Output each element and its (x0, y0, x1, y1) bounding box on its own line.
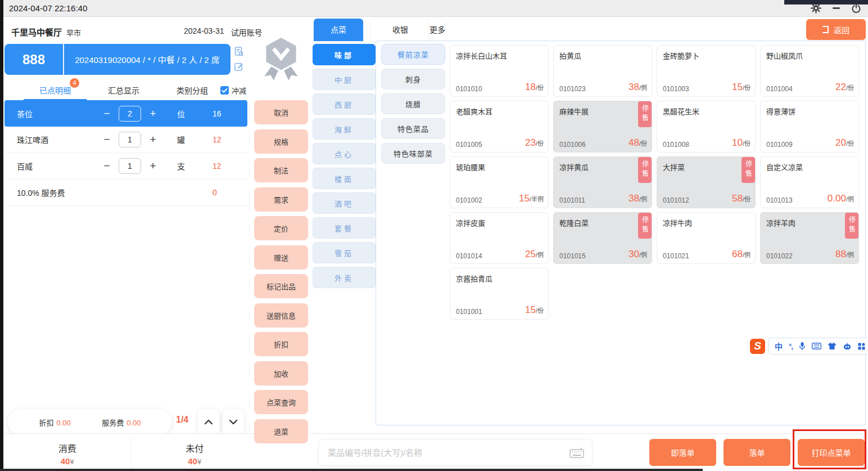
chevron-up-icon (204, 419, 213, 425)
order-item-row[interactable]: 茶位 2 位 16 (4, 100, 247, 127)
subcategory-item[interactable]: 特色味部菜 (381, 143, 445, 164)
back-button[interactable]: 返回 (806, 19, 866, 40)
action-button[interactable]: 定价 (254, 216, 308, 240)
submit-button[interactable]: 落单 (724, 439, 790, 466)
action-button[interactable]: 需求 (254, 187, 308, 212)
offset-checkbox[interactable] (220, 86, 229, 95)
dish-card[interactable]: 麻辣牛展 停售 0101006 48/份 (553, 101, 652, 152)
subcategory-item[interactable]: 刺身 (381, 69, 445, 89)
action-button[interactable]: 送厨信息 (254, 303, 308, 328)
dish-card[interactable]: 凉拌黄瓜 停售 0101011 38/例 (553, 156, 652, 208)
dish-card[interactable]: 野山椒凤爪 0101004 22/份 (760, 45, 859, 97)
category-item[interactable]: 点心 (313, 143, 376, 164)
qty-value[interactable]: 1 (119, 132, 141, 147)
category-item[interactable]: 西厨 (313, 93, 376, 115)
dish-card[interactable]: 自定义凉菜 0101013 0.00/例 (760, 156, 859, 208)
ime-keyboard-icon[interactable] (812, 343, 821, 349)
dish-card[interactable]: 老醋爽木耳 0101005 23/份 (450, 101, 549, 152)
action-button[interactable]: 标记出品 (254, 274, 308, 298)
submit-button[interactable]: 即落单 (649, 439, 716, 466)
power-icon[interactable] (851, 3, 861, 14)
main-tab[interactable]: 收银 (371, 19, 430, 41)
main-tab[interactable]: 点菜 (314, 19, 363, 41)
order-item-row[interactable]: 10.0% 服务费 0 (4, 180, 247, 206)
dish-card[interactable]: 凉拌皮蛋 0101014 25/例 (450, 212, 549, 264)
order-view-tab[interactable]: 汇总显示 (108, 84, 139, 96)
order-totals: 消费 40¥ 未付 40¥ (4, 438, 258, 469)
dish-card[interactable]: 乾隆白菜 停售 0101015 30/例 (553, 212, 652, 264)
action-button[interactable]: 加收 (254, 361, 308, 385)
ime-skin-icon[interactable] (828, 342, 837, 350)
dish-price: 48/份 (629, 137, 647, 149)
subcategory-item[interactable]: 烧腊 (381, 93, 445, 114)
increase-qty-button[interactable] (144, 133, 161, 146)
screen-left-edge (0, 0, 3, 471)
keyboard-icon[interactable] (569, 447, 584, 458)
order-view-tab[interactable]: 已点明细 4 (39, 84, 71, 96)
category-item[interactable]: 中厨 (313, 69, 376, 90)
dish-card[interactable]: 大拌菜 停售 0101012 58/份 (657, 156, 756, 208)
minimize-icon[interactable] (833, 7, 840, 9)
edit-order-icon[interactable] (233, 61, 244, 72)
dish-card[interactable]: 得意薄饼 0101009 20/份 (760, 101, 859, 152)
dish-card[interactable]: 拍黄瓜 0101023 38/例 (553, 45, 652, 97)
dish-card[interactable]: 琥珀腰果 0101002 15/半例 (450, 156, 549, 208)
dish-card[interactable]: 金砖脆萝卜 0101003 15/份 (657, 45, 756, 97)
category-item[interactable]: 套餐 (313, 217, 376, 239)
qty-value[interactable]: 1 (119, 158, 141, 174)
page-indicator: 1/4 (176, 415, 188, 425)
ime-mic-icon[interactable] (799, 342, 806, 351)
dish-search-input[interactable] (327, 447, 569, 458)
dish-code: 0101008 (663, 141, 689, 149)
action-button[interactable]: 折扣 (254, 332, 308, 356)
category-item[interactable]: 楼面 (313, 168, 376, 189)
unpaid-total: 未付 40¥ (132, 438, 259, 469)
decrease-qty-button[interactable] (98, 133, 115, 146)
main-tab[interactable]: 更多 (430, 19, 445, 41)
ime-language-icon[interactable]: 中 (775, 340, 783, 352)
increase-qty-button[interactable] (144, 160, 161, 172)
soldout-badge: 停售 (845, 213, 858, 239)
action-button[interactable]: 退菜 (254, 419, 308, 443)
subcategory-item[interactable]: 特色菜品 (381, 118, 445, 139)
decrease-qty-button[interactable] (98, 107, 115, 120)
category-item[interactable]: 外卖 (313, 267, 376, 288)
offset-toggle[interactable]: 冲减 (220, 85, 247, 96)
category-item[interactable]: 酒吧 (313, 192, 376, 214)
ime-toolbox-icon[interactable] (858, 343, 865, 350)
item-unit: 罐 (177, 134, 185, 145)
dish-price: 23/份 (525, 137, 544, 149)
subcategory-item[interactable]: 餐前凉菜 (381, 44, 445, 65)
category-item[interactable]: 海鲜 (313, 118, 376, 140)
background-window-fragment (784, 0, 868, 5)
qty-value[interactable]: 2 (119, 106, 141, 122)
decrease-qty-button[interactable] (98, 160, 115, 172)
order-view-tab[interactable]: 类别分组 (177, 84, 208, 96)
dish-price: 22/份 (835, 82, 854, 93)
page-up-button[interactable] (198, 409, 219, 435)
dish-card[interactable]: 凉拌羊肉 停售 0101022 88/例 (760, 212, 859, 264)
dish-card[interactable]: 凉拌长白山木耳 0101010 18/份 (450, 45, 549, 97)
dish-card[interactable]: 京酱拍青瓜 0101001 15/份 (450, 268, 549, 320)
dish-name: 黑醋花生米 (663, 106, 749, 116)
action-button[interactable]: 赠送 (254, 245, 308, 270)
action-button[interactable]: 取消 (254, 100, 308, 124)
order-item-row[interactable]: 珠江啤酒 1 罐 12 (4, 127, 247, 153)
submit-button[interactable]: 打印点菜单 (798, 439, 865, 466)
ime-emoji-icon[interactable] (843, 343, 852, 350)
order-lookup-icon[interactable] (233, 46, 245, 57)
sogou-logo-icon[interactable]: S (750, 339, 765, 354)
dish-card[interactable]: 黑醋花生米 0101008 10/份 (657, 101, 756, 152)
category-item[interactable]: 雪茄 (313, 242, 376, 263)
page-down-button[interactable] (223, 409, 244, 435)
service-fee-summary: 服务费0.00 (102, 417, 141, 428)
dish-card[interactable]: 凉拌牛肉 0101021 68/例 (657, 212, 756, 264)
table-order-card[interactable]: 888 20240319020004 / * / 中餐 / 2 人 / 2 席 (4, 44, 230, 75)
action-button[interactable]: 制法 (254, 158, 308, 182)
category-item[interactable]: 味部 (313, 44, 376, 65)
ime-punctuation-icon[interactable]: °, (789, 342, 793, 351)
order-item-row[interactable]: 百威 1 支 12 (4, 153, 247, 180)
increase-qty-button[interactable] (144, 107, 161, 120)
action-button[interactable]: 点菜查询 (254, 390, 308, 414)
action-button[interactable]: 规格 (254, 129, 308, 154)
